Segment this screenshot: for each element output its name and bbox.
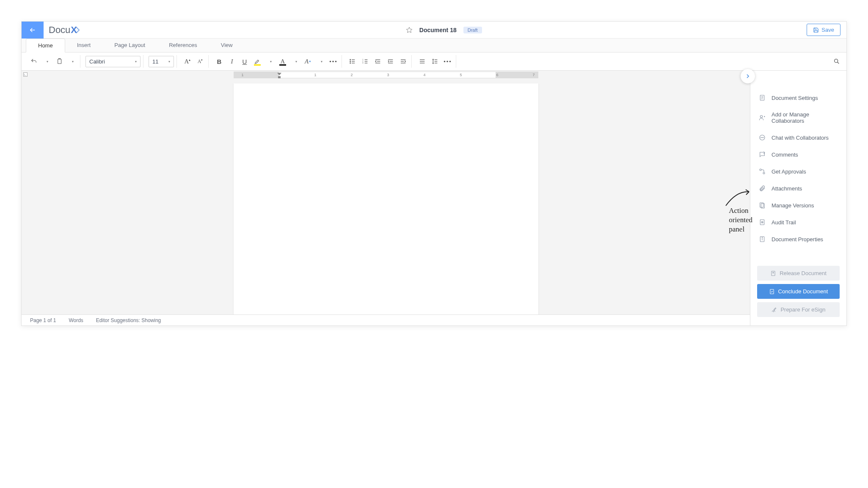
ruler-corner-icon: ∟ <box>23 72 28 77</box>
panel-list: Document Settings Add or Manage Collabor… <box>750 77 846 266</box>
svg-point-5 <box>350 59 351 60</box>
tab-view[interactable]: View <box>209 39 245 52</box>
prepare-esign-button[interactable]: Prepare For eSign <box>757 302 840 317</box>
font-grow-button[interactable]: A▴ <box>182 56 193 67</box>
panel-item-attachments[interactable]: Attachments <box>750 180 846 197</box>
svg-point-45 <box>763 172 765 174</box>
panel-item-versions[interactable]: Manage Versions <box>750 197 846 214</box>
back-button[interactable] <box>22 22 44 39</box>
tab-page-layout[interactable]: Page Layout <box>102 39 157 52</box>
panel-item-properties[interactable]: Document Properties <box>750 231 846 248</box>
number-list-button[interactable]: 123 <box>360 56 371 67</box>
more-paragraph-button[interactable]: ••• <box>442 56 453 67</box>
panel-item-comments[interactable]: Comments <box>750 146 846 163</box>
svg-point-44 <box>760 169 761 171</box>
chevron-right-icon <box>744 73 751 80</box>
line-spacing-button[interactable] <box>430 56 441 67</box>
save-label: Save <box>821 27 834 33</box>
panel-item-document-settings[interactable]: Document Settings <box>750 89 846 106</box>
bullet-list-button[interactable] <box>347 56 358 67</box>
statusbar: Page 1 of 1 Words Editor Suggestions: Sh… <box>22 314 750 325</box>
svg-line-30 <box>838 62 839 64</box>
svg-marker-31 <box>277 73 281 75</box>
outdent-button[interactable] <box>372 56 383 67</box>
editor-suggestions[interactable]: Editor Suggestions: Showing <box>96 317 161 323</box>
svg-rect-32 <box>278 76 281 78</box>
page-info[interactable]: Page 1 of 1 <box>30 317 56 323</box>
italic-button[interactable]: I <box>226 56 237 67</box>
clear-format-dropdown[interactable] <box>315 56 326 67</box>
app-window: DocuX Document 18 Draft Save Home Insert… <box>21 21 847 326</box>
svg-point-42 <box>762 137 762 138</box>
undo-dropdown[interactable] <box>41 56 52 67</box>
panel-footer: Release Document Conclude Document Prepa… <box>750 266 846 320</box>
panel-item-audit-trail[interactable]: Audit Trail <box>750 214 846 231</box>
search-button[interactable] <box>831 56 842 67</box>
conclude-document-button[interactable]: Conclude Document <box>757 284 840 299</box>
header: DocuX Document 18 Draft Save <box>22 22 846 39</box>
align-button[interactable] <box>417 56 428 67</box>
highlight-dropdown[interactable] <box>265 56 276 67</box>
body: ∟ 1 1 2 3 4 5 6 7 <box>22 71 846 325</box>
save-button[interactable]: Save <box>807 24 840 36</box>
right-panel: Document Settings Add or Manage Collabor… <box>750 71 846 325</box>
svg-point-41 <box>761 137 761 138</box>
svg-rect-1 <box>58 59 61 64</box>
svg-text:3: 3 <box>362 62 364 64</box>
toolbar: Calibri▾ 11▾ A▴ A▾ B I U A A✦ ••• 123 <box>22 52 846 71</box>
clipboard-dropdown[interactable] <box>66 56 77 67</box>
font-color-button[interactable]: A <box>277 56 288 67</box>
annotation-text: Action oriented panel <box>729 206 752 234</box>
favorite-star-icon[interactable] <box>406 27 413 33</box>
editor-area: ∟ 1 1 2 3 4 5 6 7 <box>22 71 750 325</box>
svg-point-7 <box>350 63 351 63</box>
panel-toggle-button[interactable] <box>741 69 755 83</box>
indent-marker-icon[interactable] <box>277 71 281 80</box>
bold-button[interactable]: B <box>214 56 225 67</box>
tab-home[interactable]: Home <box>26 39 65 52</box>
svg-marker-0 <box>406 27 412 33</box>
underline-button[interactable]: U <box>239 56 250 67</box>
tab-insert[interactable]: Insert <box>65 39 103 52</box>
panel-item-approvals[interactable]: Get Approvals <box>750 163 846 180</box>
word-count[interactable]: Words <box>69 317 83 323</box>
highlight-button[interactable] <box>252 56 263 67</box>
panel-item-chat[interactable]: Chat with Collaborators <box>750 129 846 146</box>
document-title[interactable]: Document 18 <box>419 27 457 33</box>
more-font-button[interactable]: ••• <box>328 56 339 67</box>
document-page[interactable] <box>234 83 538 325</box>
svg-point-6 <box>350 61 351 62</box>
svg-point-52 <box>762 237 762 237</box>
release-document-button[interactable]: Release Document <box>757 266 840 281</box>
font-size-select[interactable]: 11▾ <box>149 56 174 67</box>
clipboard-button[interactable] <box>54 56 65 67</box>
undo-button[interactable] <box>28 56 39 67</box>
font-family-select[interactable]: Calibri▾ <box>85 56 141 67</box>
indent-button[interactable] <box>385 56 396 67</box>
clear-format-button[interactable]: A✦ <box>303 56 314 67</box>
logo-text: Docu <box>49 25 70 36</box>
horizontal-ruler[interactable]: 1 1 2 3 4 5 6 7 <box>234 72 538 78</box>
svg-point-43 <box>763 137 763 138</box>
status-badge: Draft <box>463 27 482 33</box>
annotation-arrow-icon <box>724 187 753 208</box>
app-logo: DocuX <box>49 25 81 36</box>
header-center: Document 18 Draft <box>81 27 807 33</box>
save-icon <box>813 27 819 33</box>
panel-item-collaborators[interactable]: Add or Manage Collaborators <box>750 106 846 129</box>
font-color-dropdown[interactable] <box>290 56 301 67</box>
svg-point-37 <box>760 116 762 118</box>
logo-suffix: X <box>71 25 77 36</box>
svg-point-29 <box>835 59 838 63</box>
tab-references[interactable]: References <box>157 39 209 52</box>
indent-right-button[interactable] <box>398 56 409 67</box>
font-shrink-button[interactable]: A▾ <box>195 56 206 67</box>
ribbon-tabs: Home Insert Page Layout References View <box>22 39 846 52</box>
